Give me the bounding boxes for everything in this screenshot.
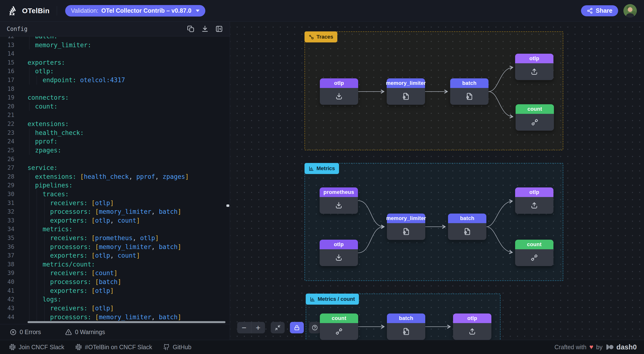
node-processor-batch[interactable]: batch: [387, 313, 425, 340]
code-line[interactable]: 34 metrics:: [0, 225, 230, 234]
node-connector-count[interactable]: count: [516, 104, 554, 131]
bar-chart-icon: [308, 166, 314, 171]
copy-icon[interactable]: [187, 25, 195, 33]
metrics-badge: Metrics: [304, 163, 339, 174]
code-line[interactable]: 27service:: [0, 163, 230, 172]
code-line[interactable]: 39 receivers: [count]: [0, 269, 230, 277]
code-line[interactable]: 28 extensions: [health_check, pprof, zpa…: [0, 172, 230, 181]
config-panel: Config 12 batch:13 memory_limiter:1415ex…: [0, 22, 230, 340]
code-line[interactable]: 32 processors: [memory_limiter, batch]: [0, 207, 230, 216]
validation-dropdown[interactable]: Validation: OTel Collector Contrib – v0.…: [65, 5, 205, 17]
fit-view-button[interactable]: [271, 322, 284, 333]
circle-x-icon: [10, 328, 17, 336]
code-line[interactable]: 12 batch:: [0, 37, 230, 41]
node-processor-memory-limiter[interactable]: memory_limiter: [387, 78, 425, 105]
line-number: 31: [0, 199, 14, 208]
node-processor-memory-limiter[interactable]: memory_limiter: [387, 214, 425, 240]
node-connector-count[interactable]: count: [515, 240, 554, 266]
code-line[interactable]: 20 count:: [0, 102, 230, 111]
line-number: 22: [0, 120, 14, 129]
avatar[interactable]: [624, 4, 637, 18]
errors-status[interactable]: 0 Errors: [10, 328, 41, 336]
code-line[interactable]: 36 processors: [memory_limiter, batch]: [0, 243, 230, 251]
join-cncf-slack-label: Join CNCF Slack: [19, 344, 64, 351]
line-number: 26: [0, 155, 14, 164]
config-toolbar: Config: [0, 22, 230, 37]
code-line[interactable]: 22extensions:: [0, 120, 230, 129]
code-line[interactable]: 16 otlp:: [0, 67, 230, 76]
code-text: exporters: [otlp]: [28, 286, 114, 295]
code-text: processors: [memory_limiter, batch]: [28, 243, 181, 251]
node-processor-batch[interactable]: batch: [450, 78, 488, 105]
zoom-out-button[interactable]: −: [237, 322, 251, 333]
code-line[interactable]: 43 receivers: [otlp]: [0, 304, 230, 313]
line-number: 33: [0, 216, 14, 225]
code-line[interactable]: 18: [0, 85, 230, 94]
download-icon[interactable]: [201, 25, 209, 33]
node-processor-batch[interactable]: batch: [448, 214, 486, 240]
line-number: 23: [0, 129, 14, 137]
line-number: 32: [0, 207, 14, 216]
code-line[interactable]: 37 exporters: [otlp, count]: [0, 251, 230, 260]
node-label: otlp: [515, 187, 554, 197]
code-line[interactable]: 15exporters:: [0, 58, 230, 67]
yaml-editor[interactable]: 12 batch:13 memory_limiter:1415exporters…: [0, 37, 230, 324]
warnings-status[interactable]: 0 Warnings: [65, 328, 105, 336]
logo[interactable]: OTelBin: [7, 5, 50, 16]
code-line[interactable]: 29 pipelines:: [0, 181, 230, 190]
otelbin-slack-link[interactable]: #OTelBin on CNCF Slack: [75, 344, 152, 351]
code-line[interactable]: 35 receivers: [prometheus, otlp]: [0, 234, 230, 243]
code-line[interactable]: 23 health_check:: [0, 129, 230, 137]
code-line[interactable]: 33 exporters: [otlp, count]: [0, 216, 230, 225]
editor-horizontal-scrollbar[interactable]: [28, 321, 226, 323]
code-line[interactable]: 38 metrics/count:: [0, 260, 230, 269]
node-exporter-otlp[interactable]: otlp: [515, 54, 554, 80]
code-line[interactable]: 44 processors: [memory_limiter, batch]: [0, 313, 230, 322]
zoom-in-button[interactable]: +: [251, 322, 265, 333]
node-exporter-otlp[interactable]: otlp: [515, 187, 554, 214]
code-text: processors: [batch]: [28, 277, 121, 286]
node-exporter-otlp[interactable]: otlp: [453, 313, 492, 340]
code-line[interactable]: 26: [0, 155, 230, 164]
code-line[interactable]: 25 zpages:: [0, 146, 230, 155]
github-icon: [163, 344, 170, 350]
code-line[interactable]: 41 exporters: [otlp]: [0, 286, 230, 295]
node-receiver-otlp[interactable]: otlp: [320, 240, 358, 266]
pipeline-canvas[interactable]: Traces Metrics Metrics / count: [230, 22, 644, 340]
exporter-icon: [530, 201, 538, 210]
code-line[interactable]: 31 receivers: [otlp]: [0, 199, 230, 208]
node-label: otlp: [320, 78, 358, 88]
collapse-panel-icon[interactable]: [215, 25, 223, 33]
code-line[interactable]: 14: [0, 49, 230, 58]
line-number: 36: [0, 243, 14, 251]
node-label: prometheus: [320, 187, 358, 197]
processor-icon: [402, 327, 410, 336]
line-number: 18: [0, 85, 14, 94]
crafted-by-credit[interactable]: Crafted with ♥ by dash0: [554, 343, 637, 351]
node-connector-count[interactable]: count: [320, 313, 358, 340]
warnings-label: 0 Warnings: [75, 328, 105, 335]
code-line[interactable]: 24 pprof:: [0, 137, 230, 146]
code-text: processors: [memory_limiter, batch]: [28, 313, 181, 322]
code-line[interactable]: 17 endpoint: otelcol:4317: [0, 76, 230, 85]
status-bar: 0 Errors 0 Warnings: [0, 324, 230, 340]
github-link[interactable]: GitHub: [163, 344, 192, 351]
code-line[interactable]: 40 processors: [batch]: [0, 277, 230, 286]
node-receiver-otlp[interactable]: otlp: [320, 78, 358, 105]
code-line[interactable]: 42 logs:: [0, 295, 230, 304]
code-line[interactable]: 21: [0, 111, 230, 120]
node-receiver-prometheus[interactable]: prometheus: [320, 187, 358, 214]
join-cncf-slack-link[interactable]: Join CNCF Slack: [9, 344, 64, 351]
line-number: 16: [0, 67, 14, 76]
processor-icon: [402, 92, 410, 101]
code-line[interactable]: 19connectors:: [0, 93, 230, 102]
code-line[interactable]: 13 memory_limiter:: [0, 41, 230, 50]
share-button[interactable]: Share: [581, 5, 618, 16]
dash0-brand: dash0: [616, 343, 637, 351]
editor-vertical-scrollbar[interactable]: [226, 204, 229, 207]
code-text: memory_limiter:: [28, 41, 91, 50]
lock-button[interactable]: [290, 322, 304, 333]
code-line[interactable]: 30 traces:: [0, 190, 230, 199]
line-number: 28: [0, 172, 14, 181]
help-button[interactable]: [309, 322, 320, 333]
